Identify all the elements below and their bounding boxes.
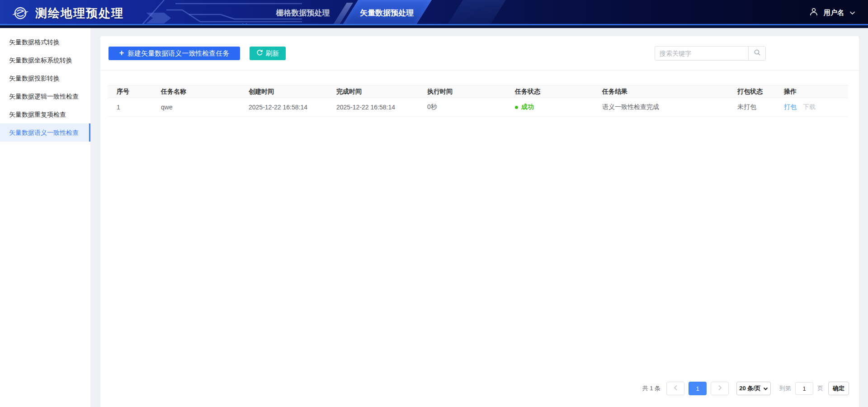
cell-task-name: qwe [152,98,240,117]
top-header: 测绘地理预处理 栅格数据预处理 矢量数据预处理 用户名 [0,0,868,28]
goto-confirm-button[interactable]: 确定 [828,382,849,395]
app-logo-icon [12,5,29,22]
sidebar-item-semantic-consistency-check[interactable]: 矢量数据语义一致性检查 [0,123,90,142]
chevron-left-icon [674,384,678,393]
download-link[interactable]: 下载 [803,103,816,110]
sidebar-item-logical-consistency-check[interactable]: 矢量数据逻辑一致性检查 [0,87,90,105]
col-operations: 操作 [775,85,848,98]
refresh-icon [256,49,263,57]
chevron-down-icon [849,9,855,17]
cell-operations: 打包 下载 [775,98,848,117]
col-package-status: 打包状态 [728,85,775,98]
tab-label: 栅格数据预处理 [276,8,330,18]
toolbar: + 新建矢量数据语义一致性检查任务 刷新 [100,36,859,71]
prev-page-button[interactable] [666,382,684,395]
cell-package-status: 未打包 [728,98,775,117]
sidebar-item-coordinate-conversion[interactable]: 矢量数据坐标系统转换 [0,51,90,69]
user-name: 用户名 [824,9,844,17]
col-task-status: 任务状态 [506,85,593,98]
col-task-name: 任务名称 [152,85,240,98]
col-index: 序号 [108,85,152,98]
page-number-1[interactable]: 1 [689,382,707,395]
search-button[interactable] [748,47,765,60]
search-icon [754,49,761,58]
tab-raster-preprocessing[interactable]: 栅格数据预处理 [264,0,341,25]
goto-prefix-label: 到第 [779,384,791,393]
sidebar-item-projection-conversion[interactable]: 矢量数据投影转换 [0,69,90,87]
status-text: 成功 [521,103,534,111]
user-icon [809,7,818,18]
create-task-label: 新建矢量数据语义一致性检查任务 [127,49,229,58]
select-chevron-icon [763,385,768,392]
pagination: 共 1 条 1 20 条/页 [642,382,849,395]
col-task-result: 任务结果 [593,85,728,98]
brand: 测绘地理预处理 [12,5,124,22]
sidebar-item-duplicate-check[interactable]: 矢量数据重复项检查 [0,105,90,123]
tab-vector-preprocessing[interactable]: 矢量数据预处理 [342,0,432,25]
search-box [655,46,766,61]
app-title: 测绘地理预处理 [35,5,124,21]
cell-exec-time: 0秒 [418,98,506,117]
col-created-time: 创建时间 [240,85,327,98]
cell-task-result: 语义一致性检查完成 [593,98,728,117]
next-page-button[interactable] [711,382,729,395]
plus-icon: + [119,49,124,57]
cell-finished-time: 2025-12-22 16:58:14 [327,98,418,117]
header-bottom-band [0,25,868,28]
refresh-button[interactable]: 刷新 [250,47,286,60]
tab-label: 矢量数据预处理 [360,8,414,18]
sidebar-item-format-conversion[interactable]: 矢量数据格式转换 [0,33,90,51]
search-input[interactable] [655,47,748,60]
package-link[interactable]: 打包 [784,103,797,110]
app-root: 测绘地理预处理 栅格数据预处理 矢量数据预处理 用户名 [0,0,868,407]
create-task-button[interactable]: + 新建矢量数据语义一致性检查任务 [108,47,240,60]
pagination-total: 共 1 条 [642,384,660,393]
sidebar: 矢量数据格式转换 矢量数据坐标系统转换 矢量数据投影转换 矢量数据逻辑一致性检查… [0,28,90,407]
refresh-label: 刷新 [266,49,279,58]
chevron-right-icon [718,384,722,393]
goto-suffix-label: 页 [817,384,823,393]
content-card: + 新建矢量数据语义一致性检查任务 刷新 [100,36,859,407]
col-exec-time: 执行时间 [418,85,506,98]
page-size-select[interactable]: 20 条/页 [736,382,771,395]
cell-created-time: 2025-12-22 16:58:14 [240,98,327,117]
user-menu[interactable]: 用户名 [809,0,855,25]
task-table: 序号 任务名称 创建时间 完成时间 执行时间 任务状态 任务结果 打包状态 操作… [108,85,848,117]
page-size-value: 20 条/页 [739,384,761,393]
table-header-row: 序号 任务名称 创建时间 完成时间 执行时间 任务状态 任务结果 打包状态 操作 [108,85,848,98]
status-dot-icon [515,106,518,109]
cell-index: 1 [108,98,152,117]
table-row: 1 qwe 2025-12-22 16:58:14 2025-12-22 16:… [108,98,848,117]
col-finished-time: 完成时间 [327,85,418,98]
goto-page-input[interactable] [795,382,813,395]
task-table-wrap: 序号 任务名称 创建时间 完成时间 执行时间 任务状态 任务结果 打包状态 操作… [108,85,848,117]
cell-task-status: 成功 [506,98,593,117]
